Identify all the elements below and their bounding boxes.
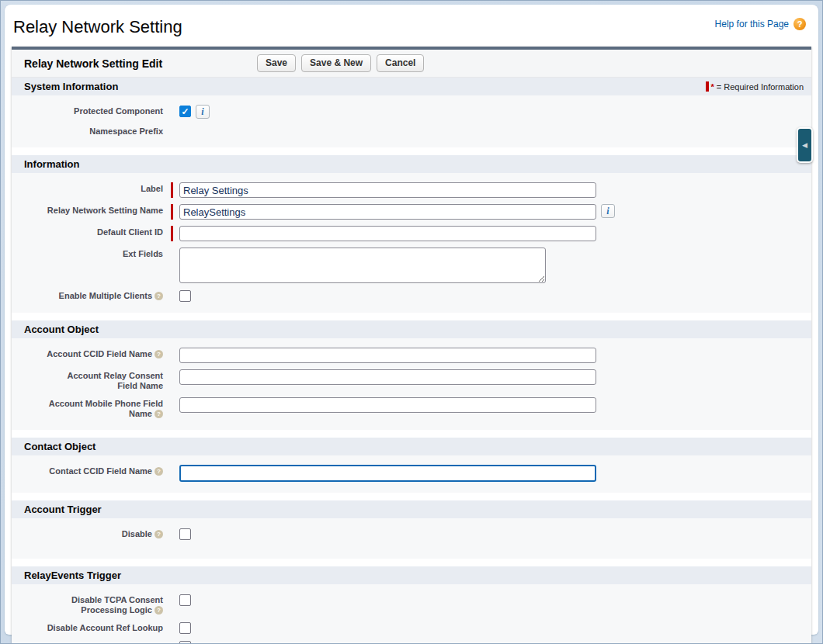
field-row-account-mobile-phone: Account Mobile Phone Field Name? — [12, 394, 811, 422]
section-account-object: Account Object Account CCID Field Name? … — [12, 320, 811, 430]
section-body: Protected Component ✓ i Namespace Prefix — [12, 95, 811, 147]
top-button-group: Save Save & New Cancel — [257, 54, 424, 72]
field-label: Contact CCID Field Name? — [12, 465, 171, 476]
section-header-relayevents-trigger: RelayEvents Trigger — [12, 566, 811, 584]
sidebar-collapse-tab-inner: ◀ — [798, 129, 811, 161]
section-body: Disable TCPA Consent Processing Logic? D… — [12, 584, 811, 644]
section-header-account-trigger: Account Trigger — [12, 500, 811, 518]
field-row-account-relay-consent: Account Relay Consent Field Name — [12, 366, 811, 394]
section-title: Account Object — [24, 324, 99, 335]
field-label: Label — [12, 182, 171, 194]
section-body: Disable? — [12, 518, 811, 559]
section-body: Label Relay Network Setting Name i D — [12, 173, 811, 313]
section-title: Contact Object — [24, 441, 95, 452]
relay-network-setting-name-input[interactable] — [179, 204, 596, 220]
save-and-new-button[interactable]: Save & New — [301, 54, 371, 72]
disable-tcpa-consent-checkbox[interactable] — [179, 594, 191, 606]
required-indicator — [706, 81, 709, 92]
field-help-icon[interactable]: ? — [155, 606, 163, 615]
required-indicator — [171, 226, 173, 241]
help-for-this-page-link[interactable]: Help for this Page — [715, 19, 789, 29]
field-row-label: Label — [12, 179, 811, 201]
field-row-relay-network-setting-name: Relay Network Setting Name i — [12, 201, 811, 223]
edit-panel: Relay Network Setting Edit Save Save & N… — [12, 47, 811, 644]
section-header-information: Information — [12, 155, 811, 173]
required-indicator — [171, 204, 173, 220]
help-icon[interactable]: ? — [793, 18, 806, 30]
save-button[interactable]: Save — [257, 54, 296, 72]
field-label: Disable TCPA Consent Processing Logic? — [12, 594, 171, 615]
page-header: Relay Network Setting Help for this Page… — [5, 5, 818, 47]
disable-account-ref-lookup-checkbox[interactable] — [179, 622, 191, 634]
section-account-trigger: Account Trigger Disable? — [12, 500, 811, 559]
section-contact-object: Contact Object Contact CCID Field Name? — [12, 438, 811, 493]
info-icon[interactable]: i — [196, 105, 210, 119]
field-row-namespace-prefix: Namespace Prefix — [12, 122, 811, 140]
section-body: Contact CCID Field Name? — [12, 455, 811, 493]
field-label: Account CCID Field Name? — [12, 348, 171, 359]
section-title: Account Trigger — [24, 504, 102, 515]
required-star: * — [711, 82, 714, 92]
field-label: Account Relay Consent Field Name — [12, 369, 171, 391]
page-title: Relay Network Setting — [13, 17, 182, 37]
field-help-icon[interactable]: ? — [155, 410, 163, 418]
disable-contact-ref-lookup-checkbox[interactable] — [179, 641, 191, 644]
section-relayevents-trigger: RelayEvents Trigger Disable TCPA Consent… — [12, 566, 811, 644]
section-title: Information — [24, 158, 80, 170]
field-row-enable-multiple-clients: Enable Multiple Clients? — [12, 286, 811, 305]
panel-title: Relay Network Setting Edit — [24, 57, 162, 70]
field-help-icon[interactable]: ? — [155, 467, 163, 476]
account-relay-consent-field-name-input[interactable] — [179, 369, 596, 385]
default-client-id-input[interactable] — [179, 226, 596, 241]
info-icon[interactable]: i — [601, 204, 615, 218]
field-label: Account Mobile Phone Field Name? — [12, 397, 171, 419]
sidebar-collapse-tab[interactable]: ◀ — [797, 127, 813, 163]
collapse-arrow-icon: ◀ — [802, 141, 807, 149]
field-row-disable-tcpa: Disable TCPA Consent Processing Logic? — [12, 590, 811, 618]
field-label: Ext Fields — [12, 248, 171, 259]
required-indicator — [171, 182, 173, 198]
field-row-disable-account-ref: Disable Account Ref Lookup — [12, 618, 811, 637]
required-legend-text: = Required Information — [717, 82, 804, 92]
section-title: System Information — [24, 81, 118, 92]
help-area: Help for this Page ? — [715, 18, 806, 30]
field-label: Relay Network Setting Name — [12, 204, 171, 216]
section-information: Information Label Relay Network Setting … — [12, 155, 811, 313]
field-label: Default Client ID — [12, 226, 171, 237]
section-title: RelayEvents Trigger — [24, 570, 121, 581]
field-row-disable-contact-ref: Disable Contact Ref Lookup — [12, 637, 811, 644]
ext-fields-textarea[interactable] — [179, 248, 546, 283]
field-help-icon[interactable]: ? — [155, 530, 163, 538]
field-label: Enable Multiple Clients? — [12, 289, 171, 301]
field-label: Disable Contact Ref Lookup — [12, 640, 171, 644]
field-row-disable: Disable? — [12, 525, 811, 551]
field-row-ext-fields: Ext Fields — [12, 244, 811, 286]
section-system-information: System Information * = Required Informat… — [12, 78, 811, 147]
contact-ccid-field-name-input[interactable] — [179, 465, 596, 482]
field-row-account-ccid: Account CCID Field Name? — [12, 345, 811, 366]
disable-account-trigger-checkbox[interactable] — [179, 528, 191, 540]
required-legend: * = Required Information — [706, 81, 804, 92]
cancel-button[interactable]: Cancel — [377, 54, 424, 72]
field-row-default-client-id: Default Client ID — [12, 223, 811, 244]
account-ccid-field-name-input[interactable] — [179, 348, 596, 363]
protected-component-checkbox[interactable]: ✓ — [179, 106, 191, 117]
section-header-contact-object: Contact Object — [12, 438, 811, 455]
field-row-protected-component: Protected Component ✓ i — [12, 102, 811, 122]
field-label: Disable? — [12, 528, 171, 539]
panel-header: Relay Network Setting Edit Save Save & N… — [12, 50, 811, 78]
field-label: Disable Account Ref Lookup — [12, 621, 171, 633]
field-help-icon[interactable]: ? — [155, 350, 163, 358]
field-help-icon[interactable]: ? — [155, 292, 163, 300]
field-label: Namespace Prefix — [12, 125, 171, 137]
field-row-contact-ccid: Contact CCID Field Name? — [12, 462, 811, 485]
section-header-account-object: Account Object — [12, 320, 811, 338]
page-card: Relay Network Setting Help for this Page… — [5, 5, 818, 635]
label-input[interactable] — [179, 182, 596, 198]
account-mobile-phone-field-name-input[interactable] — [179, 397, 596, 413]
section-header-system-information: System Information * = Required Informat… — [12, 78, 811, 95]
field-label: Protected Component — [12, 105, 171, 116]
section-body: Account CCID Field Name? Account Relay C… — [12, 338, 811, 430]
enable-multiple-clients-checkbox[interactable] — [179, 290, 191, 302]
